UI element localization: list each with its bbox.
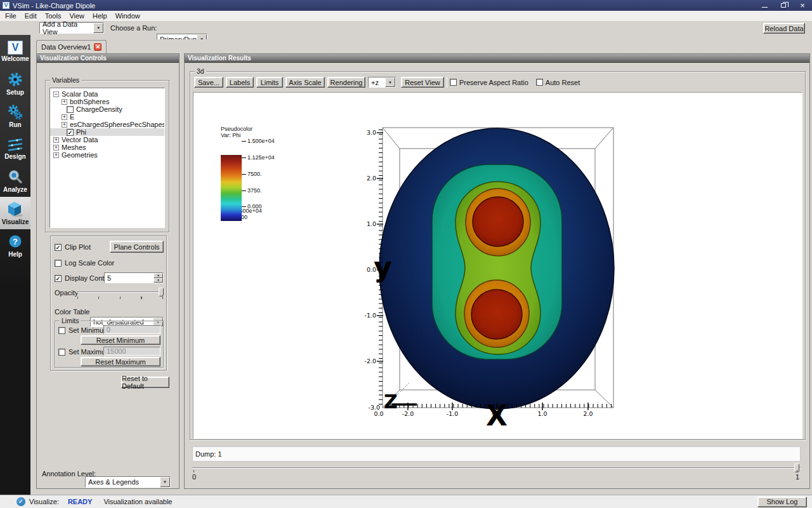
sidebar-item-help[interactable]: ? Help xyxy=(0,229,30,262)
chevron-down-icon[interactable] xyxy=(93,23,103,33)
preserve-aspect-checkbox[interactable] xyxy=(450,79,457,86)
minimize-button[interactable] xyxy=(755,0,774,11)
expand-icon[interactable] xyxy=(62,122,67,128)
auto-reset-label: Auto Reset xyxy=(546,79,580,86)
expand-icon[interactable] xyxy=(62,114,67,120)
labels-button[interactable]: Labels xyxy=(226,77,254,88)
save-button[interactable]: Save... xyxy=(194,77,223,88)
annotation-level-dropdown[interactable]: Axes & Legends xyxy=(85,476,171,488)
pseudocolor-legend: Pseudocolor Var: Phi 1.500e+04 1.125e+04… xyxy=(221,126,291,220)
set-minimum-row: Set Minimum xyxy=(58,326,109,334)
tree-item-meshes[interactable]: Meshes xyxy=(50,144,164,151)
tree-item-e[interactable]: E xyxy=(50,113,164,121)
rendering-button[interactable]: Rendering xyxy=(327,77,365,88)
colorbar-tick: 3750. xyxy=(247,187,262,194)
dump-slider[interactable]: 0 1 xyxy=(192,463,801,482)
reset-view-button[interactable]: Reset View xyxy=(401,77,444,88)
tree-item-geometries[interactable]: Geometries xyxy=(50,151,164,159)
choose-run-label: Choose a Run: xyxy=(110,24,157,32)
minimize-icon xyxy=(762,7,768,8)
sidebar-item-visualize[interactable]: Visualize xyxy=(0,197,30,229)
variables-tree[interactable]: Scalar Data bothSpheres ChargeDensity E … xyxy=(49,88,165,228)
tab-data-overview[interactable]: Data Overview1 ✕ xyxy=(36,40,107,53)
display-contours-checkbox[interactable] xyxy=(55,275,62,282)
checkbox-unchecked-icon[interactable] xyxy=(67,106,74,113)
title-bar: V VSim - Like-Charge Dipole × xyxy=(0,0,812,11)
minimum-input[interactable]: 0 xyxy=(103,325,160,334)
expand-icon[interactable] xyxy=(62,99,67,105)
expand-icon[interactable] xyxy=(53,145,59,150)
menu-help[interactable]: Help xyxy=(89,11,112,21)
clip-plot-checkbox[interactable] xyxy=(55,244,62,251)
visualization-results-panel: Visualization Results 3d Save... Labels … xyxy=(184,53,810,489)
menu-view[interactable]: View xyxy=(66,11,89,21)
results-panel-header: Visualization Results xyxy=(185,54,809,63)
x-tick-label: 1.0 xyxy=(537,410,547,417)
sidebar-item-analyze[interactable]: Analyze xyxy=(0,164,30,197)
slider-ticks xyxy=(77,297,164,299)
menu-window[interactable]: Window xyxy=(112,11,145,21)
sidebar-item-run[interactable]: Run xyxy=(0,100,30,132)
menu-file[interactable]: File xyxy=(2,11,22,21)
plot-canvas[interactable]: Pseudocolor Var: Phi 1.500e+04 1.125e+04… xyxy=(193,92,802,439)
set-minimum-checkbox[interactable] xyxy=(58,327,65,334)
chevron-down-icon[interactable] xyxy=(160,477,170,487)
status-bar: ✓ Visualize: READY Visualization availab… xyxy=(0,495,812,508)
expand-icon[interactable] xyxy=(53,152,59,158)
slider-max-label: 1 xyxy=(796,473,799,481)
y-tick-label: 1.0 xyxy=(367,220,376,227)
chevron-down-icon[interactable] xyxy=(385,77,395,87)
add-data-view-value: Add a Data View xyxy=(43,20,93,36)
spinner-arrows-icon[interactable]: ▲▼ xyxy=(154,273,163,283)
cube-icon xyxy=(6,201,24,218)
opacity-slider-handle[interactable] xyxy=(159,288,164,297)
sidebar-item-design[interactable]: Design xyxy=(0,132,30,164)
checkbox-checked-icon[interactable] xyxy=(67,129,74,136)
clip-plot-row: Clip Plot xyxy=(55,243,91,251)
color-table-label: Color Table xyxy=(55,308,89,316)
colorbar-tick: 0.000 xyxy=(247,203,262,210)
menu-edit[interactable]: Edit xyxy=(22,11,42,21)
contours-spinbox[interactable]: 5 ▲▼ xyxy=(104,272,164,283)
axis-scale-button[interactable]: Axis Scale xyxy=(285,77,325,88)
sidebar-item-setup[interactable]: Setup xyxy=(0,67,30,100)
tab-close-icon[interactable]: ✕ xyxy=(94,43,102,51)
3d-group: 3d Save... Labels Limits Axis Scale Rend… xyxy=(190,71,806,440)
tab-bar: Data Overview1 ✕ xyxy=(30,39,812,53)
tree-item-phi[interactable]: Phi xyxy=(50,128,164,136)
maximum-input[interactable]: 15000 xyxy=(103,347,160,356)
reset-to-default-button[interactable]: Reset to Default xyxy=(121,377,169,388)
reset-minimum-button[interactable]: Reset Minimum xyxy=(81,335,160,345)
colorbar-tick: 7500. xyxy=(247,171,262,177)
add-data-view-dropdown[interactable]: Add a Data View xyxy=(39,22,104,34)
3d-group-title: 3d xyxy=(195,67,206,75)
collapse-icon[interactable] xyxy=(53,91,59,97)
set-maximum-checkbox[interactable] xyxy=(58,349,65,356)
plane-controls-button[interactable]: Plane Controls xyxy=(110,241,164,253)
tree-item-eschargedspherespecshapes[interactable]: esChargedSpheresPecShapes xyxy=(50,121,164,128)
restore-button[interactable] xyxy=(774,0,793,11)
tree-item-vector-data[interactable]: Vector Data xyxy=(50,136,164,144)
menu-tools[interactable]: Tools xyxy=(42,11,67,21)
reset-maximum-button[interactable]: Reset Maximum xyxy=(81,357,160,366)
view-direction-dropdown[interactable]: +z xyxy=(368,77,396,88)
limits-button[interactable]: Limits xyxy=(256,77,283,88)
x-tick-label: -2.0 xyxy=(402,410,414,417)
tree-item-bothspheres[interactable]: bothSpheres xyxy=(50,98,164,105)
colorbar-tick: 1.500e+04 xyxy=(247,138,275,144)
reload-data-button[interactable]: Reload Data xyxy=(763,23,805,34)
opacity-slider[interactable] xyxy=(77,288,164,298)
sidebar-item-welcome[interactable]: V Welcome xyxy=(0,35,30,67)
clip-plot-label: Clip Plot xyxy=(65,243,91,251)
tree-item-chargedensity[interactable]: ChargeDensity xyxy=(50,105,164,113)
close-button[interactable]: × xyxy=(793,0,812,11)
auto-reset-checkbox[interactable] xyxy=(536,79,543,86)
log-scale-checkbox[interactable] xyxy=(55,260,62,267)
tree-item-scalar-data[interactable]: Scalar Data xyxy=(50,90,164,98)
tab-label: Data Overview1 xyxy=(41,43,91,51)
colorbar xyxy=(221,155,242,221)
svg-text:?: ? xyxy=(13,236,18,246)
expand-icon[interactable] xyxy=(53,137,59,143)
show-log-button[interactable]: Show Log xyxy=(757,497,807,507)
sliders-icon xyxy=(7,137,23,152)
